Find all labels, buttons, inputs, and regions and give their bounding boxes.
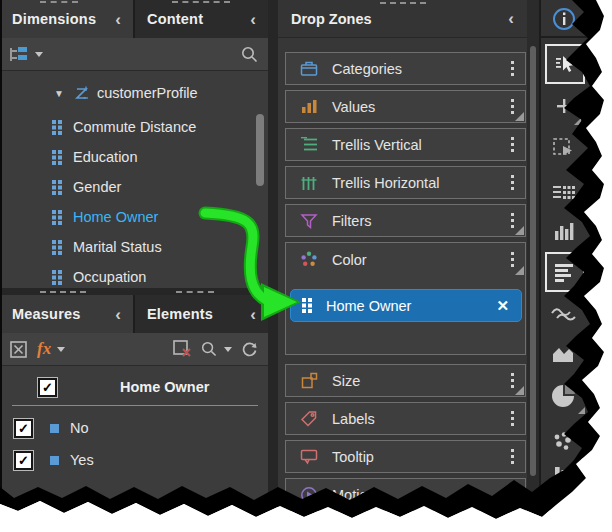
field-icon: [52, 210, 62, 225]
formula-dropdown-caret-icon[interactable]: [57, 347, 65, 352]
checkbox-no[interactable]: ✓: [14, 419, 33, 438]
collapse-chevron-icon[interactable]: ‹: [250, 11, 256, 28]
clear-filter-icon[interactable]: [173, 340, 192, 358]
zone-resize-grip[interactable]: [515, 226, 524, 235]
drop-zone-filters[interactable]: Filters: [285, 204, 526, 237]
toolbar-divider: [541, 36, 612, 38]
tool-pie-chart[interactable]: [545, 380, 583, 412]
drop-zone-labels[interactable]: Labels: [285, 402, 526, 435]
kebab-menu-icon[interactable]: [508, 484, 517, 505]
labels-icon: [299, 410, 319, 427]
tab-content[interactable]: Content ‹: [133, 0, 268, 38]
measure-group-row[interactable]: ✓ Home Owner: [38, 372, 209, 402]
tab-dimensions[interactable]: Dimensions ‹: [0, 0, 133, 38]
tool-area-chart[interactable]: [545, 338, 583, 370]
tool-pivot-table[interactable]: [545, 178, 583, 210]
tree-root-label[interactable]: customerProfile: [97, 85, 198, 101]
search-icon[interactable]: [241, 46, 258, 63]
submenu-grip: [576, 453, 583, 460]
tool-column-chart[interactable]: [545, 216, 583, 248]
tool-stacked-column-chart[interactable]: [545, 462, 583, 494]
drop-zone-trellis-horizontal[interactable]: Trellis Horizontal: [285, 166, 526, 199]
checkbox-home-owner[interactable]: ✓: [38, 378, 57, 397]
measures-toolbar: fx: [0, 333, 268, 366]
deselect-all-icon[interactable]: [10, 341, 27, 358]
zone-label: Trellis Vertical: [332, 137, 508, 153]
tool-pointer[interactable]: [545, 44, 585, 84]
tab-measures[interactable]: Measures ‹: [0, 295, 133, 333]
kebab-menu-icon[interactable]: [508, 408, 517, 429]
kebab-menu-icon[interactable]: [508, 134, 517, 155]
refresh-icon[interactable]: [241, 341, 258, 358]
motion-icon: [299, 486, 319, 504]
checkbox-yes[interactable]: ✓: [14, 451, 33, 470]
list-divider: [12, 405, 258, 406]
dimensions-toolbar: [0, 38, 268, 71]
remove-chip-icon[interactable]: ✕: [496, 297, 509, 315]
kebab-menu-icon[interactable]: [508, 446, 517, 467]
tree-scrollbar-thumb[interactable]: [256, 114, 264, 186]
submenu-grip: [576, 365, 583, 372]
tool-add[interactable]: [545, 90, 583, 122]
collapse-chevron-icon[interactable]: ‹: [508, 10, 514, 27]
dimensions-panel: Dimensions ‹ Content ‹: [0, 0, 268, 288]
measure-value-row-no[interactable]: ✓ No: [14, 413, 89, 443]
tool-line-chart[interactable]: [545, 298, 583, 330]
tree-node-root[interactable]: ▼ customerProfile: [54, 78, 198, 108]
kebab-menu-icon[interactable]: [508, 172, 517, 193]
tree-field-gender[interactable]: Gender: [52, 172, 121, 202]
tool-rectangle-select[interactable]: [545, 132, 583, 164]
zone-resize-grip[interactable]: [515, 112, 524, 121]
field-icon: [52, 240, 62, 255]
color-swatch: [50, 424, 59, 433]
search-dropdown-caret-icon[interactable]: [224, 347, 232, 352]
search-icon[interactable]: [201, 341, 217, 357]
zone-resize-grip[interactable]: [515, 266, 524, 275]
chip-label: Home Owner: [326, 298, 496, 314]
tree-field-education[interactable]: Education: [52, 142, 138, 172]
info-icon[interactable]: [545, 3, 583, 35]
scrollbar-thumb[interactable]: [530, 46, 536, 476]
tree-field-occupation[interactable]: Occupation: [52, 262, 146, 292]
collapse-chevron-icon[interactable]: ‹: [115, 306, 121, 323]
tree-view-icon[interactable]: [10, 47, 28, 62]
tool-bar-chart[interactable]: [545, 252, 585, 292]
measure-group-label: Home Owner: [120, 379, 209, 395]
drop-zone-size[interactable]: Size: [285, 364, 526, 397]
tool-scatter-chart[interactable]: [545, 426, 583, 458]
drop-zone-tooltip[interactable]: Tooltip: [285, 440, 526, 473]
drop-zone-motion[interactable]: Motion: [285, 478, 526, 511]
field-icon: [301, 298, 313, 313]
hierarchy-icon: [73, 85, 90, 102]
zone-label: Tooltip: [332, 449, 508, 465]
measures-tabbar: Measures ‹ Elements ‹: [0, 295, 268, 333]
drop-zone-color[interactable]: Color Home Owner ✕: [285, 242, 526, 355]
measure-value-row-yes[interactable]: ✓ Yes: [14, 445, 94, 475]
tree-field-home-owner[interactable]: Home Owner: [52, 202, 158, 232]
drop-zone-categories[interactable]: Categories: [285, 52, 526, 85]
expander-icon[interactable]: ▼: [54, 88, 64, 99]
field-icon: [52, 120, 62, 135]
trellis-vertical-icon: [299, 137, 319, 152]
collapse-chevron-icon[interactable]: ‹: [115, 11, 121, 28]
drop-zone-trellis-vertical[interactable]: Trellis Vertical: [285, 128, 526, 161]
kebab-menu-icon[interactable]: [508, 58, 517, 79]
torn-stitch-mark: [176, 291, 214, 293]
tooltip-icon: [299, 448, 319, 465]
drop-zones-scrollbar[interactable]: [527, 0, 539, 510]
submenu-grip: [574, 118, 581, 125]
tab-elements[interactable]: Elements ‹: [133, 295, 268, 333]
tree-field-marital-status[interactable]: Marital Status: [52, 232, 162, 262]
measure-value-label: Yes: [70, 452, 94, 468]
collapse-chevron-icon[interactable]: ‹: [250, 306, 256, 323]
drop-zone-values[interactable]: Values: [285, 90, 526, 123]
zone-label: Labels: [332, 411, 508, 427]
tree-field-commute-distance[interactable]: Commute Distance: [52, 112, 196, 142]
color-chip-home-owner[interactable]: Home Owner ✕: [290, 289, 522, 322]
size-icon: [299, 372, 319, 389]
drop-zones-title: Drop Zones: [291, 11, 372, 27]
formula-icon[interactable]: fx: [37, 339, 51, 359]
tree-view-dropdown-caret-icon[interactable]: [35, 52, 43, 57]
zone-label: Trellis Horizontal: [332, 175, 508, 191]
zone-resize-grip[interactable]: [515, 386, 524, 395]
